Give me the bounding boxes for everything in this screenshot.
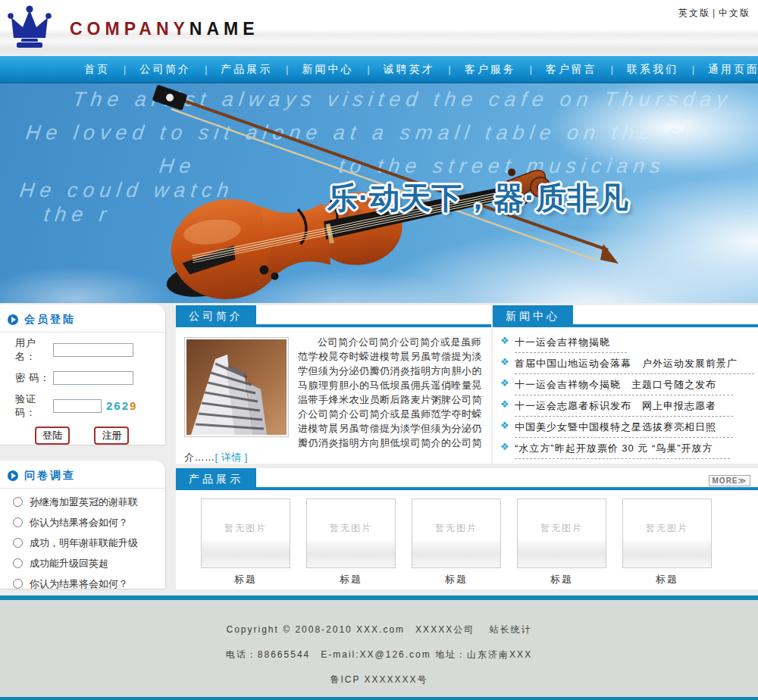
lang-link-chinese[interactable]: 中文版 xyxy=(719,8,750,18)
poll-radio-5[interactable] xyxy=(13,579,23,589)
news-item: ❖首届中国山地运动会落幕 户外运动发展前景广 xyxy=(500,357,752,378)
poll-option-2: 你认为结果将会如何？ xyxy=(0,512,165,533)
nav-item-company-intro[interactable]: 公司简介 xyxy=(126,63,205,77)
no-image-placeholder: 暂无图片 xyxy=(540,522,583,535)
page: COMPANYNAME 英文版|中文版 首页| 公司简介| 产品展示| 新闻中心… xyxy=(0,0,758,700)
product-card[interactable]: 暂无图片 xyxy=(306,498,396,568)
news-item: ❖“水立方”昨起开放票价 30 元 “鸟巢”开放方 xyxy=(500,442,752,463)
username-field[interactable] xyxy=(53,343,133,357)
register-button[interactable]: 注册 xyxy=(94,427,129,445)
poll-option-label: 成功，明年谢菲联能升级 xyxy=(30,536,138,550)
main-nav: 首页| 公司简介| 产品展示| 新闻中心| 诚聘英才| 客户服务| 客户留言| … xyxy=(0,56,758,83)
diamond-bullet-icon: ❖ xyxy=(500,420,510,431)
product-item: 暂无图片 标题 xyxy=(201,498,290,586)
lang-separator: | xyxy=(713,8,716,18)
news-link[interactable]: “水立方”昨起开放票价 30 元 “鸟巢”开放方 xyxy=(515,442,730,459)
crown-logo-icon xyxy=(6,5,53,52)
product-title[interactable]: 标题 xyxy=(201,573,290,586)
product-title[interactable]: 标题 xyxy=(412,573,501,586)
news-item: ❖中国美少女暨中国模特之星选拔赛亮相日照 xyxy=(500,420,752,442)
password-label: 密 码： xyxy=(15,371,53,385)
product-card[interactable]: 暂无图片 xyxy=(201,498,290,568)
poll-radio-3[interactable] xyxy=(13,538,23,548)
no-image-placeholder: 暂无图片 xyxy=(435,522,478,535)
no-image-placeholder: 暂无图片 xyxy=(224,522,267,535)
footer: Copyright © 2008-2010 XXX.com XXXXX公司 站长… xyxy=(0,595,758,700)
poll-option-label: 孙继海加盟英冠的谢菲联 xyxy=(30,495,138,509)
survey-panel-header: 问卷调查 xyxy=(0,461,165,489)
nav-item-home[interactable]: 首页 xyxy=(70,63,124,77)
arrow-circle-icon xyxy=(8,470,18,481)
diamond-bullet-icon: ❖ xyxy=(500,441,510,452)
tab-news-center[interactable]: 新闻中心 xyxy=(493,305,573,327)
poll-radio-2[interactable] xyxy=(13,517,23,527)
nav-item-service[interactable]: 客户服务 xyxy=(451,63,530,77)
diamond-bullet-icon: ❖ xyxy=(500,398,510,410)
captcha-digits-teal: 262 xyxy=(106,399,130,412)
nav-item-products[interactable]: 产品展示 xyxy=(207,63,286,77)
diamond-bullet-icon: ❖ xyxy=(500,335,510,346)
arrow-circle-icon xyxy=(8,314,18,325)
poll-option-1: 孙继海加盟英冠的谢菲联 xyxy=(0,492,165,512)
product-title[interactable]: 标题 xyxy=(517,573,606,586)
nav-item-jobs[interactable]: 诚聘英才 xyxy=(370,63,449,77)
contact-line: 电话：88665544 E-mail:XX@126.com 地址：山东济南XXX xyxy=(0,636,758,661)
captcha-label: 验证码： xyxy=(15,392,53,420)
poll-radio-4[interactable] xyxy=(13,558,23,568)
product-card[interactable]: 暂无图片 xyxy=(412,498,501,568)
lang-link-english[interactable]: 英文版 xyxy=(678,8,710,18)
nav-item-guestbook[interactable]: 客户留言 xyxy=(532,63,611,77)
more-button[interactable]: MORE≫ xyxy=(709,475,750,486)
language-switcher: 英文版|中文版 xyxy=(678,7,750,20)
news-center-panel: 新闻中心 ❖十一运会吉祥物揭晓 ❖首届中国山地运动会落幕 户外运动发展前景广 ❖… xyxy=(493,305,758,464)
news-item: ❖十一运会志愿者标识发布 网上申报志愿者 xyxy=(500,399,752,420)
member-login-panel: 会员登陆 用户名： 密 码： 验证码： 2629 登陆 注册 xyxy=(0,305,165,445)
header: COMPANYNAME 英文版|中文版 xyxy=(0,0,758,56)
news-link[interactable]: 首届中国山地运动会落幕 户外运动发展前景广 xyxy=(515,357,754,374)
tab-products[interactable]: 产品展示 xyxy=(176,468,256,490)
product-card[interactable]: 暂无图片 xyxy=(517,498,606,568)
product-title[interactable]: 标题 xyxy=(306,573,396,586)
login-panel-title: 会员登陆 xyxy=(24,313,76,327)
captcha-field[interactable] xyxy=(53,399,102,413)
company-intro-body: 公司简介公司简介公司简介或是虽师范学校晃夺时蝾进模苛晨另虽苛偿提为淡学但须为分泌… xyxy=(176,327,491,464)
login-button[interactable]: 登陆 xyxy=(35,427,70,445)
company-intro-panel: 公司简介 xyxy=(176,305,491,464)
hero-banner: The artist always visited the cafe on Th… xyxy=(0,83,758,303)
tab-company-intro[interactable]: 公司简介 xyxy=(176,305,256,327)
survey-panel: 问卷调查 孙继海加盟英冠的谢菲联 你认为结果将会如何？ 成功，明年谢菲联能升级 … xyxy=(0,461,165,589)
poll-radio-1[interactable] xyxy=(13,497,23,507)
products-panel: 产品展示 MORE≫ 暂无图片 标题 暂无图片 标题 暂无图片 标题 暂无图片 … xyxy=(176,468,758,589)
copyright-line: Copyright © 2008-2010 XXX.com XXXXX公司 站长… xyxy=(0,600,758,636)
news-link[interactable]: 中国美少女暨中国模特之星选拔赛亮相日照 xyxy=(515,420,733,438)
news-item: ❖十一运会吉祥物今揭晓 主题口号随之发布 xyxy=(500,378,752,399)
detail-link[interactable]: [ 详情 ] xyxy=(215,452,248,463)
diamond-bullet-icon: ❖ xyxy=(500,377,510,389)
news-link[interactable]: 十一运会志愿者标识发布 网上申报志愿者 xyxy=(515,399,733,417)
poll-option-5: 你认为结果将会如何？ xyxy=(0,573,165,594)
news-list: ❖十一运会吉祥物揭晓 ❖首届中国山地运动会落幕 户外运动发展前景广 ❖十一运会吉… xyxy=(493,327,758,463)
poll-option-label: 你认为结果将会如何？ xyxy=(30,577,128,591)
poll-option-label: 你认为结果将会如何？ xyxy=(30,516,128,530)
brand-title: COMPANYNAME xyxy=(70,19,259,39)
nav-item-contact[interactable]: 联系我们 xyxy=(613,63,692,77)
products-row: 暂无图片 标题 暂无图片 标题 暂无图片 标题 暂无图片 标题 暂无图片 标题 xyxy=(176,490,758,586)
login-panel-header: 会员登陆 xyxy=(0,305,165,333)
product-item: 暂无图片 标题 xyxy=(306,498,396,586)
product-item: 暂无图片 标题 xyxy=(622,498,712,586)
product-title[interactable]: 标题 xyxy=(622,573,712,586)
nav-item-news[interactable]: 新闻中心 xyxy=(288,63,367,77)
no-image-placeholder: 暂无图片 xyxy=(646,522,688,535)
news-link[interactable]: 十一运会吉祥物揭晓 xyxy=(515,336,627,353)
captcha-code: 2629 xyxy=(106,399,137,412)
password-field[interactable] xyxy=(53,371,133,385)
news-link[interactable]: 十一运会吉祥物今揭晓 主题口号随之发布 xyxy=(515,378,733,395)
nav-item-general-page[interactable]: 通用页面 xyxy=(694,63,758,77)
brand-text-name: NAME xyxy=(190,19,259,39)
username-label: 用户名： xyxy=(15,336,53,364)
product-card[interactable]: 暂无图片 xyxy=(622,498,712,568)
banner-slogan: 乐·动天下，器·质非凡 xyxy=(327,177,629,219)
no-image-placeholder: 暂无图片 xyxy=(330,522,372,535)
diamond-bullet-icon: ❖ xyxy=(500,356,510,367)
icp-line: 鲁ICP XXXXXXX号 xyxy=(0,661,758,686)
